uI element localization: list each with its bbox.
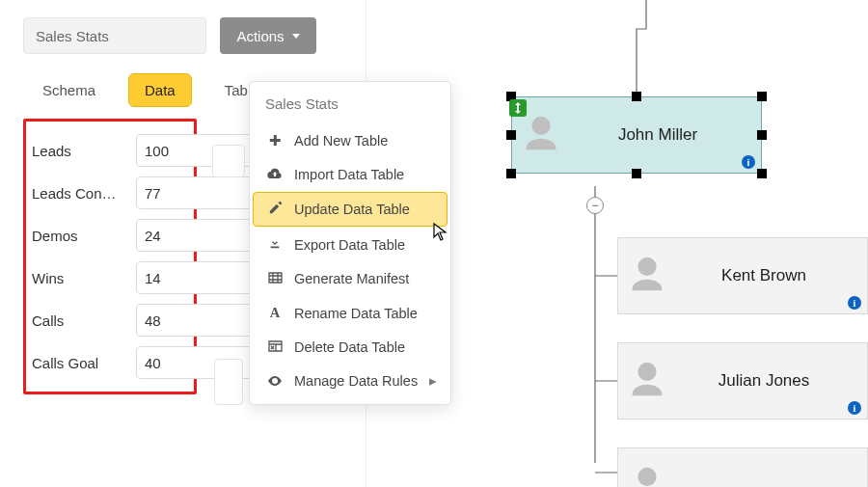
menu-item-add-table[interactable]: ✚ Add New Table [253, 124, 448, 157]
table-x-icon [267, 339, 283, 355]
collapse-toggle[interactable]: − [586, 197, 604, 214]
tab-schema[interactable]: Schema [27, 74, 111, 106]
table-row: Calls Goal [32, 343, 188, 382]
menu-item-label: Add New Table [294, 133, 388, 149]
data-rows-highlight: Leads Leads Con… Demos Wins Calls Calls … [23, 119, 197, 394]
row-label: Leads Con… [32, 185, 136, 202]
org-node-name: Kent Brown [676, 266, 867, 285]
bg-input [212, 145, 245, 177]
actions-button-label: Actions [236, 28, 284, 44]
resize-handle[interactable] [506, 130, 516, 140]
menu-item-delete[interactable]: Delete Data Table [253, 331, 448, 364]
row-label: Demos [32, 228, 136, 244]
resize-handle[interactable] [757, 92, 767, 101]
resize-handle[interactable] [506, 169, 516, 178]
table-name-label: Sales Stats [36, 28, 109, 44]
info-icon[interactable]: i [742, 155, 755, 169]
actions-menu-title: Sales Stats [250, 82, 450, 123]
org-node-selected[interactable]: John Miller i [511, 96, 762, 174]
table-row: Leads [32, 131, 188, 170]
eye-icon [267, 373, 283, 389]
table-row: Wins [32, 258, 188, 297]
avatar-icon [618, 247, 676, 305]
submenu-arrow-icon: ▸ [429, 373, 437, 389]
actions-menu: Sales Stats ✚ Add New Table Import Data … [249, 81, 451, 405]
menu-item-label: Export Data Table [294, 237, 405, 253]
caret-down-icon [292, 34, 300, 39]
resize-handle[interactable] [757, 169, 767, 178]
org-node[interactable] [617, 447, 868, 487]
menu-item-rename[interactable]: A Rename Data Table [253, 296, 448, 330]
menu-item-label: Update Data Table [294, 202, 410, 217]
tab-schema-label: Schema [42, 82, 95, 98]
menu-item-label: Import Data Table [294, 167, 404, 182]
plus-icon: ✚ [267, 133, 283, 149]
row-label: Wins [32, 270, 136, 286]
menu-item-import[interactable]: Import Data Table [253, 158, 448, 191]
panel-header: Sales Stats Actions [23, 17, 354, 54]
row-label: Calls [32, 312, 136, 329]
font-icon: A [267, 305, 283, 321]
row-label: Leads [32, 143, 136, 159]
table-row: Leads Con… [32, 174, 188, 212]
menu-item-update[interactable]: Update Data Table [253, 192, 448, 227]
org-node[interactable]: Kent Brown i [617, 237, 868, 314]
info-icon[interactable]: i [848, 401, 861, 415]
bg-input [214, 359, 243, 405]
menu-item-label: Rename Data Table [294, 306, 418, 321]
table-row: Demos [32, 216, 188, 255]
org-node-name: Julian Jones [676, 371, 867, 391]
menu-item-export[interactable]: Export Data Table [253, 228, 448, 261]
actions-button[interactable]: Actions [220, 17, 316, 54]
row-label: Calls Goal [32, 355, 136, 371]
table-row: Calls [32, 301, 188, 339]
tab-data[interactable]: Data [128, 73, 192, 107]
menu-item-manifest[interactable]: Generate Manifest [253, 262, 448, 295]
menu-item-rules[interactable]: Manage Data Rules ▸ [253, 365, 448, 397]
avatar-icon [618, 352, 676, 410]
org-node-name: John Miller [570, 125, 761, 145]
resize-handle[interactable] [632, 92, 641, 101]
download-icon [267, 236, 283, 253]
resize-handle[interactable] [757, 130, 767, 140]
table-name-box[interactable]: Sales Stats [23, 17, 206, 54]
minus-icon: − [591, 200, 598, 211]
org-node[interactable]: Julian Jones i [617, 342, 868, 419]
cloud-upload-icon [267, 167, 283, 182]
menu-item-label: Generate Manifest [294, 271, 409, 286]
menu-item-label: Manage Data Rules [294, 373, 418, 389]
avatar-icon [618, 457, 676, 487]
menu-item-label: Delete Data Table [294, 339, 405, 355]
move-handle-icon[interactable] [509, 99, 527, 117]
edit-icon [267, 201, 283, 218]
info-icon[interactable]: i [848, 296, 861, 310]
grid-icon [267, 271, 283, 286]
tab-data-label: Data [145, 82, 176, 98]
resize-handle[interactable] [632, 169, 641, 178]
